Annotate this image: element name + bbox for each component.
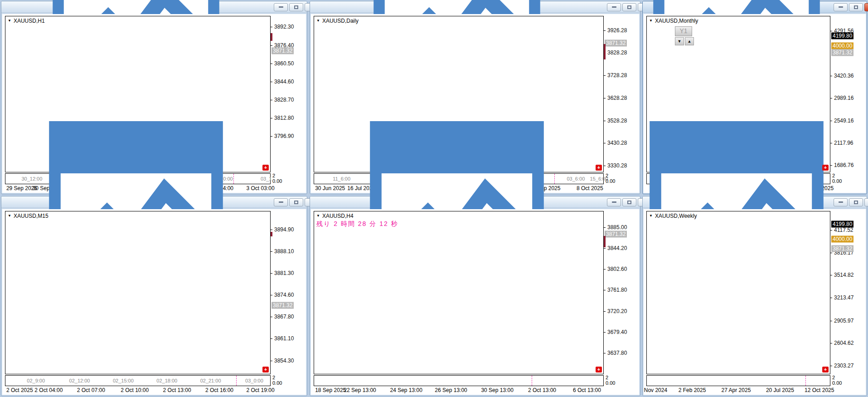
chart-canvas <box>5 16 141 84</box>
subwindow-scale-value: 0.00 <box>606 380 615 386</box>
subwindow-scale-value: 0.00 <box>272 380 282 386</box>
restore-icon <box>627 5 631 9</box>
one-click-plus-button[interactable]: + <box>596 367 602 372</box>
restore-button[interactable] <box>622 3 636 11</box>
price-tick-label: 3926.28 <box>607 27 627 34</box>
price-tick-label: 2303.27 <box>834 363 853 369</box>
minimize-icon <box>279 201 283 203</box>
price-tick-label: 3796.90 <box>274 133 294 139</box>
minimize-button[interactable] <box>834 198 848 206</box>
window-titlebar[interactable]: 23:15 XAUUSD,M15 ✕ <box>1 196 307 208</box>
minimize-button[interactable] <box>274 198 288 206</box>
time-axis[interactable]: 10 Nov 20242 Feb 202527 Apr 202520 Jul 2… <box>646 386 866 395</box>
symbol-period-label[interactable]: ▼ XAUUSD,M15 <box>8 213 48 219</box>
minimize-icon <box>279 6 283 8</box>
window-titlebar[interactable]: 23:15 XAUUSD,H4 ✕ <box>310 196 640 208</box>
minimize-button[interactable] <box>607 198 621 206</box>
minimize-button[interactable] <box>607 3 621 11</box>
chart-plot-area[interactable]: ▼ XAUUSD,M15 + <box>5 211 271 374</box>
subwindow-scale-value: 0.00 <box>272 178 282 184</box>
time-axis[interactable]: 18 Sep 202522 Sep 13:0024 Sep 13:0026 Se… <box>314 386 639 395</box>
price-tick-label: 3514.82 <box>834 272 853 278</box>
price-tick-label: 3812.80 <box>274 115 294 121</box>
symbol-period-label[interactable]: ▼ XAUUSD,Monthly <box>649 18 698 24</box>
chart-canvas <box>647 16 783 84</box>
price-tick-label: 3894.90 <box>274 226 294 233</box>
symbol-period-label[interactable]: ▼ XAUUSD,Daily <box>316 18 359 24</box>
price-tick-label: 3828.70 <box>274 97 294 103</box>
window-titlebar[interactable]: XAUUSD,Daily ✕ <box>310 1 640 13</box>
time-axis-label: 2 Oct 04:00 <box>34 387 63 393</box>
restore-button[interactable] <box>289 198 303 206</box>
price-axis[interactable]: 4291.563420.362989.162549.162117.961686.… <box>830 16 866 172</box>
minimize-button[interactable] <box>274 3 288 11</box>
subwindow-scale: 20.00 <box>830 173 866 184</box>
up-arrow-button[interactable]: ▲ <box>685 37 694 45</box>
price-tick-label: 3728.28 <box>607 72 627 78</box>
chart-plot-area[interactable]: ▼ XAUUSD,H4 + 残り 2 時間 28 分 12 秒 <box>314 211 604 374</box>
price-tick-label: 3430.28 <box>607 140 627 146</box>
restore-button[interactable] <box>849 3 863 11</box>
price-tick-label: 3628.28 <box>607 95 627 101</box>
price-badge: 4000.00 <box>831 43 853 49</box>
price-tick-label: 3679.40 <box>607 329 627 335</box>
price-tick-label: 3860.50 <box>274 60 294 67</box>
window-titlebar[interactable]: 23:15 XAUUSD,Weekly ✕ <box>643 196 867 208</box>
chart-window-h4: 23:15 XAUUSD,H4 ✕ ▼ XAUUSD,H4 + 残り 2 時間 … <box>310 196 640 396</box>
window-titlebar[interactable]: 23:15 XAUUSD,H1 ✕ <box>1 1 307 13</box>
time-axis-label: 12 Oct 2025 <box>805 387 834 393</box>
period-separator-label: 03_0:00 <box>245 378 263 383</box>
price-tick-label: 3528.28 <box>607 118 627 124</box>
price-axis[interactable]: 3926.283828.283728.283628.283528.283430.… <box>604 16 639 172</box>
restore-button[interactable] <box>289 3 303 11</box>
down-arrow-button[interactable]: ▼ <box>675 37 684 45</box>
time-axis-label: 10 Nov 2024 <box>644 387 667 393</box>
price-axis[interactable]: 3885.003844.203802.603761.803720.203679.… <box>604 211 639 374</box>
time-axis[interactable]: 2 Oct 20252 Oct 04:002 Oct 07:002 Oct 10… <box>5 386 306 395</box>
chart-client: ▼ XAUUSD,Weekly + 4117.523816.173514.823… <box>644 209 866 395</box>
subwindow-scale-value: 2 <box>832 375 835 380</box>
price-badge: 3871.32 <box>272 302 294 309</box>
chart-plot-area[interactable]: ▼ XAUUSD,Weekly + <box>646 211 830 374</box>
price-tick-label: 3761.80 <box>607 287 627 293</box>
one-click-plus-button[interactable]: + <box>822 165 829 171</box>
y1-button[interactable]: Y1 <box>675 26 692 36</box>
time-axis-label: 2 Oct 10:00 <box>121 387 149 393</box>
symbol-period-label[interactable]: ▼ XAUUSD,H1 <box>8 18 45 24</box>
symbol-period-label[interactable]: ▼ XAUUSD,Weekly <box>649 213 697 219</box>
event-line-marker <box>236 376 237 386</box>
window-titlebar[interactable]: 23 XAUUSD,Monthly ✕ <box>643 1 867 13</box>
price-badge: 3871.32 <box>272 48 294 54</box>
chart-canvas <box>647 211 783 279</box>
symbol-period-label[interactable]: ▼ XAUUSD,H4 <box>316 213 354 219</box>
chevron-down-icon: ▼ <box>649 214 653 218</box>
subwindow-scale-value: 0.00 <box>606 178 615 184</box>
price-axis[interactable]: 3894.903888.103881.303874.603867.803861.… <box>271 211 306 374</box>
price-badge: 3871.32 <box>605 39 627 46</box>
price-tick-label: 3881.30 <box>274 270 294 276</box>
minimize-button[interactable] <box>834 3 848 11</box>
one-click-plus-button[interactable]: + <box>596 165 602 171</box>
price-axis[interactable]: 4117.523816.173514.823213.472905.972604.… <box>830 211 866 374</box>
period-separator-label: 02_12:00 <box>69 378 90 383</box>
restore-button[interactable] <box>849 198 863 206</box>
price-tick-label: 3861.10 <box>274 335 294 342</box>
one-click-plus-button[interactable]: + <box>822 367 829 372</box>
restore-icon <box>854 5 858 9</box>
price-tick-label: 3888.10 <box>274 248 294 255</box>
subwindow-scale-value: 2 <box>606 173 608 178</box>
event-line-marker <box>532 376 532 386</box>
price-axis[interactable]: 3892.303876.403860.503844.603828.703812.… <box>271 16 306 172</box>
price-tick-label: 3844.60 <box>274 78 294 85</box>
price-badge: 3871.32 <box>831 49 853 56</box>
axis-range-marker <box>604 44 606 59</box>
one-click-plus-button[interactable]: + <box>262 367 269 372</box>
indicator-subwindow <box>314 375 604 386</box>
restore-button[interactable] <box>622 198 636 206</box>
one-click-plus-button[interactable]: + <box>262 165 269 171</box>
price-tick-label: 2549.16 <box>834 118 853 124</box>
time-axis-label: 24 Sep 13:00 <box>390 387 422 393</box>
time-axis-label: 2 Feb 2025 <box>679 387 706 393</box>
close-button[interactable]: ✕ <box>864 3 868 11</box>
close-button[interactable]: ✕ <box>864 198 868 206</box>
